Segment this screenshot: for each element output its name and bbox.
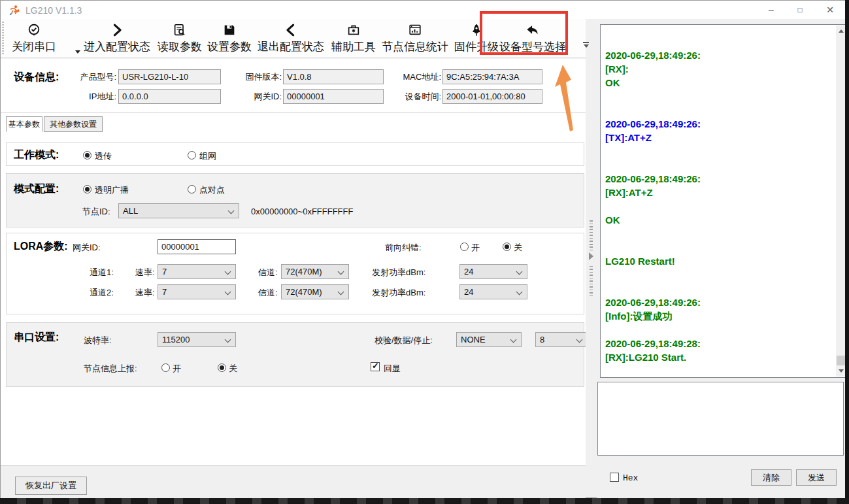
field-label: 固件版本: [235,69,282,84]
tab-basic-params[interactable]: 基本参数 [6,116,42,132]
dropdown-arrow-icon[interactable] [75,50,80,54]
log-line: OK [605,213,835,227]
radio-label[interactable]: 关 [229,361,237,376]
close-button[interactable]: ✕ [819,1,841,19]
rate-label: 速率: [135,265,155,280]
channel-label: 信道: [258,285,278,300]
hex-checkbox[interactable] [610,473,619,482]
title-bar: LG210 V1.1.3 – □ ✕ [1,1,845,19]
mac-address-value: 9C:A5:25:94:7A:3A [442,69,542,84]
toolbar-label: 退出配置状态 [258,39,324,54]
parity-select[interactable]: NONE [456,332,522,347]
panel-splitter[interactable] [586,19,597,499]
toolbar-set-params[interactable]: 设置参数 [205,20,254,57]
toolbar-label: 节点信息统计 [382,39,448,54]
radio-transparent[interactable] [83,151,92,160]
log-line [605,282,835,295]
channel2-label: 通道2: [90,285,114,300]
echo-label[interactable]: 回显 [384,361,401,376]
radio-label[interactable]: 关 [514,240,522,255]
clear-button[interactable]: 清除 [751,469,791,486]
radio-label[interactable]: 组网 [199,148,216,163]
channel2-rate-select[interactable]: 7 [158,284,236,299]
tab-other-params[interactable]: 其他参数设置 [44,116,103,132]
node-id-label: 节点ID: [82,204,110,219]
log-line [605,199,835,213]
mode-config-title: 模式配置: [14,182,59,196]
toolbar-label: 辅助工具 [331,39,376,54]
comm-panel: 2020-06-29,18:49:26:[RX]:OK2020-06-29,18… [597,19,846,499]
radio-report-on[interactable] [161,363,170,372]
toolbar-exit-config[interactable]: 退出配置状态 [254,20,327,57]
power-label: 发射功率dBm: [372,265,425,280]
radio-fec-off[interactable] [503,243,511,251]
scrollbar-thumb[interactable] [837,356,846,366]
rate-label: 速率: [135,285,155,300]
toolbar-grip[interactable] [2,22,4,56]
radio-fec-on[interactable] [460,243,469,251]
node-id-select[interactable]: ALL [118,203,239,218]
work-mode-title: 工作模式: [14,148,59,162]
toolbar-read-params[interactable]: 读取参数 [155,20,205,57]
log-line: [RX]:AT+Z [605,186,835,199]
log-line [605,323,835,337]
report-label: 节点信息上报: [84,361,137,376]
hex-label[interactable]: Hex [623,473,638,483]
radio-label[interactable]: 透明广播 [95,182,129,197]
toolbar-node-stats[interactable]: 节点信息统计 [378,20,452,57]
radio-label[interactable]: 开 [471,240,480,255]
radio-broadcast[interactable] [83,185,92,193]
radio-network[interactable] [188,151,196,160]
radio-label[interactable]: 点对点 [199,182,225,197]
echo-checkbox[interactable] [371,362,380,371]
channel1-channel-select[interactable]: 72(470M) [281,264,349,279]
log-line: 2020-06-29,18:49:28: [605,337,835,350]
channel2-power-select[interactable]: 24 [459,284,527,299]
restore-factory-button[interactable]: 恢复出厂设置 [15,477,87,495]
work-mode-section [6,143,584,166]
log-output: 2020-06-29,18:49:26:[RX]:OK2020-06-29,18… [605,25,835,377]
channel2-channel-select[interactable]: 72(470M) [281,284,349,299]
log-line: OK [605,76,835,90]
send-button[interactable]: 发送 [796,469,837,486]
send-input[interactable] [597,382,844,456]
maximize-button[interactable]: □ [789,1,811,19]
log-box[interactable]: 2020-06-29,18:49:26:[RX]:OK2020-06-29,18… [600,24,848,378]
databits-select[interactable]: 8 [535,332,586,347]
minimize-button[interactable]: – [760,1,782,19]
annotation-arrow-icon [553,61,579,134]
log-line: 2020-06-29,18:49:26: [605,172,835,186]
field-label: 网关ID: [235,89,282,104]
device-info-title: 设备信息: [14,71,59,84]
toolbar-label: 设置参数 [207,39,252,54]
log-line [605,103,835,117]
app-logo-icon [8,5,20,16]
radio-report-off[interactable] [218,363,226,372]
toolbar-close-serial[interactable]: 关闭串口 [6,20,62,57]
radio-p2p[interactable] [188,185,196,193]
log-line: [Info]:设置成功 [605,309,835,323]
channel1-rate-select[interactable]: 7 [158,264,236,279]
splitter-collapse-icon[interactable] [589,252,593,260]
toolbar-label: 关闭串口 [12,39,56,54]
toolbar-enter-config[interactable]: 进入配置状态 [80,20,154,57]
channel1-label: 通道1: [90,265,114,280]
read-params-icon [173,22,187,39]
lora-gateway-id-input[interactable] [158,239,236,254]
radio-label[interactable]: 透传 [95,148,112,163]
log-entry: 2020-06-29,18:49:26:[RX]:OK [605,48,835,117]
channel1-power-select[interactable]: 24 [459,264,527,279]
toolbar-aux-tools[interactable]: 辅助工具 [329,20,378,57]
baud-label: 波特率: [84,333,112,348]
baud-select[interactable]: 115200 [158,332,236,347]
radio-label[interactable]: 开 [173,361,181,376]
serial-title: 串口设置: [14,331,59,344]
serial-check-icon [27,22,41,39]
log-line [605,144,835,158]
footer-bar: 恢复出厂设置 [1,465,586,499]
window-edge [845,0,849,498]
log-line: LG210 Restart! [605,254,835,268]
node-stats-icon [408,22,422,39]
mode-config-section [6,173,584,227]
device-time-value: 2000-01-01,00:00:80 [442,89,542,104]
